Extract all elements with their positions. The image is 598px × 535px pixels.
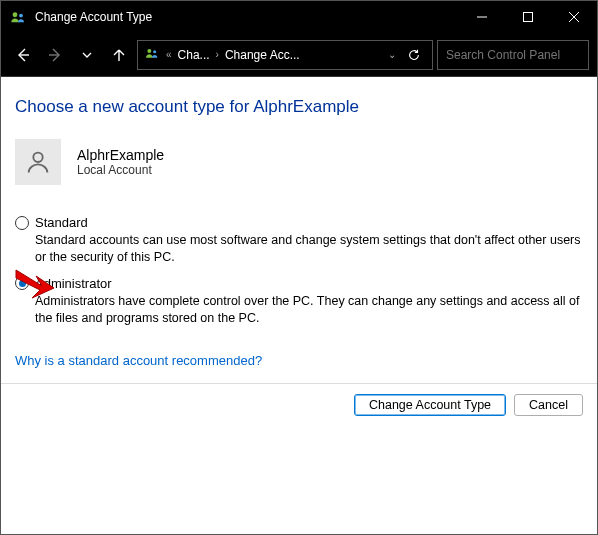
svg-point-0 — [13, 12, 18, 17]
up-button[interactable] — [105, 41, 133, 69]
radio-standard[interactable] — [15, 216, 29, 230]
option-administrator-label: Administrator — [35, 276, 112, 291]
page-heading: Choose a new account type for AlphrExamp… — [15, 97, 583, 117]
refresh-button[interactable] — [402, 48, 426, 62]
users-icon — [144, 45, 160, 64]
account-summary: AlphrExample Local Account — [15, 139, 583, 185]
chevron-right-icon: › — [216, 49, 219, 60]
app-icon — [9, 8, 27, 26]
nav-toolbar: « Cha... › Change Acc... ⌄ — [1, 33, 597, 77]
svg-point-8 — [147, 49, 151, 53]
forward-button[interactable] — [41, 41, 69, 69]
address-dropdown-icon[interactable]: ⌄ — [388, 49, 396, 60]
svg-point-1 — [19, 14, 23, 18]
change-account-type-button[interactable]: Change Account Type — [354, 394, 506, 416]
close-button[interactable] — [551, 1, 597, 33]
chevron-left-icon: « — [166, 49, 172, 60]
search-input[interactable] — [446, 48, 596, 62]
content-area: Choose a new account type for AlphrExamp… — [1, 77, 597, 384]
back-button[interactable] — [9, 41, 37, 69]
titlebar: Change Account Type — [1, 1, 597, 33]
cancel-button[interactable]: Cancel — [514, 394, 583, 416]
option-standard[interactable]: Standard Standard accounts can use most … — [15, 215, 583, 266]
account-name: AlphrExample — [77, 147, 164, 163]
radio-administrator[interactable] — [15, 276, 29, 290]
maximize-button[interactable] — [505, 1, 551, 33]
account-subtitle: Local Account — [77, 163, 164, 177]
avatar — [15, 139, 61, 185]
option-standard-desc: Standard accounts can use most software … — [35, 232, 583, 266]
window-title: Change Account Type — [35, 10, 459, 24]
option-administrator-desc: Administrators have complete control ove… — [35, 293, 583, 327]
address-bar[interactable]: « Cha... › Change Acc... ⌄ — [137, 40, 433, 70]
breadcrumb-item-1[interactable]: Cha... — [178, 48, 210, 62]
search-box[interactable] — [437, 40, 589, 70]
recommended-link[interactable]: Why is a standard account recommended? — [15, 353, 262, 368]
breadcrumb-item-2[interactable]: Change Acc... — [225, 48, 300, 62]
svg-rect-3 — [524, 13, 533, 22]
footer: Change Account Type Cancel — [1, 384, 597, 426]
option-administrator[interactable]: Administrator Administrators have comple… — [15, 276, 583, 327]
recent-dropdown[interactable] — [73, 41, 101, 69]
minimize-button[interactable] — [459, 1, 505, 33]
option-standard-label: Standard — [35, 215, 88, 230]
svg-point-9 — [153, 50, 156, 53]
svg-point-12 — [33, 153, 42, 162]
